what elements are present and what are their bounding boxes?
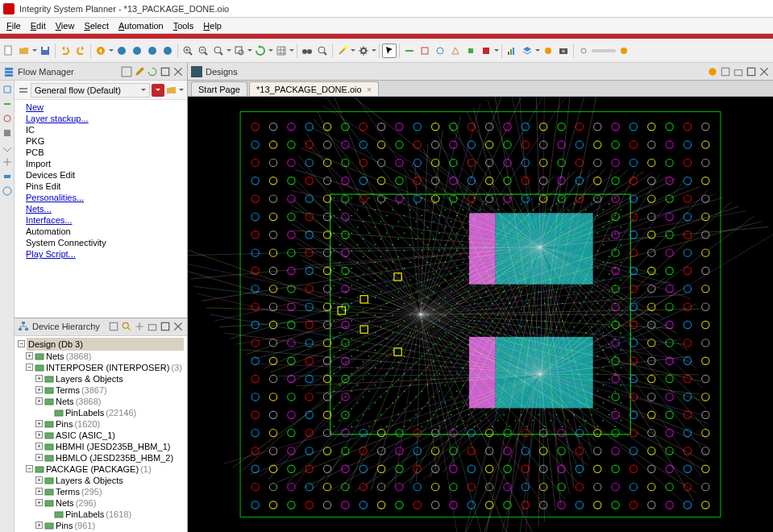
close-tab-icon[interactable]: × [367,85,372,94]
tree-node[interactable]: −PACKAGE (PACKAGE) (1) [16,463,185,475]
flow-step[interactable]: Nets... [16,203,185,214]
tree-node[interactable]: −INTERPOSER (INTERPOSER) (3) [16,362,185,373]
tree-node[interactable]: PinLabels (22146) [16,407,185,418]
grid-icon[interactable] [274,44,289,58]
expand-icon[interactable]: + [35,488,43,495]
binoculars-icon[interactable] [300,44,314,58]
flow-btn-refresh-icon[interactable] [147,66,158,77]
flow-run-button[interactable] [152,84,164,97]
gutter-icon-1[interactable] [2,84,13,95]
layers-icon[interactable] [520,44,534,58]
flow-step[interactable]: Import [16,158,185,169]
tool-a-icon[interactable] [402,44,417,58]
undo-icon[interactable] [58,44,73,58]
expand-icon[interactable]: − [26,364,33,371]
tab-package-done[interactable]: *13_PACKAGE_DONE.oio × [249,81,379,96]
flow-step[interactable]: Pins Edit [16,181,185,192]
flow-btn-maximize-icon[interactable] [160,66,171,77]
designs-btn-close-icon[interactable] [758,66,770,77]
tree-node[interactable]: PinLabels (1618) [16,509,185,520]
wand-dropdown-icon[interactable] [351,47,355,54]
hier-btn-close-icon[interactable] [172,321,184,332]
tool-f-dropdown-icon[interactable] [494,47,499,54]
cursor-icon[interactable] [382,44,397,58]
zoom-fit-icon[interactable] [211,44,226,58]
globe-icon[interactable] [114,44,129,58]
flow-step[interactable]: PCB [16,147,185,158]
gutter-icon-4[interactable] [2,127,13,139]
globe3-icon[interactable] [145,44,160,58]
tree-node[interactable]: +HBMHI (JESD235B_HBM_1) [16,441,185,452]
flow-tb-icon[interactable] [18,85,29,96]
redo-icon[interactable] [73,44,88,58]
tree-node[interactable]: +ASIC (ASIC_1) [16,430,185,441]
save-icon[interactable] [38,44,52,58]
open-dropdown-icon[interactable] [32,47,37,54]
expand-icon[interactable]: + [35,375,43,382]
menu-tools[interactable]: Tools [168,19,199,32]
tool-d-icon[interactable] [448,44,463,58]
flow-folder-icon[interactable] [166,85,177,96]
menu-edit[interactable]: Edit [26,19,51,32]
expand-icon[interactable]: + [26,352,33,360]
gutter-icon-6[interactable] [2,156,13,168]
hier-btn-4-icon[interactable] [147,321,158,332]
refresh-icon[interactable] [253,44,268,58]
flow-step[interactable]: Interfaces... [16,214,185,226]
flow-step[interactable]: Automation [16,226,185,237]
designs-btn-1-icon[interactable] [707,66,718,77]
hier-btn-3-icon[interactable] [134,321,145,332]
tree-root[interactable]: − Design (Db 3) [16,338,185,351]
snap-icon[interactable] [541,44,555,58]
zoom-out-icon[interactable] [196,44,210,58]
layers-dropdown-icon[interactable] [535,47,540,54]
new-icon[interactable] [2,44,16,58]
zoom-dropdown-icon[interactable] [226,47,231,54]
flow-step[interactable]: Devices Edit [16,169,185,181]
flow-folder-dropdown-icon[interactable] [179,86,184,94]
tree-node[interactable]: +Nets (3868) [16,351,185,362]
zoom-region-dropdown-icon[interactable] [247,47,252,54]
tool-e-icon[interactable] [463,44,478,58]
camera-icon[interactable] [556,44,571,58]
zoom-region-icon[interactable] [232,44,247,58]
flow-step[interactable]: Layer stackup... [16,113,185,124]
gutter-icon-8[interactable] [2,185,13,197]
expand-icon[interactable]: + [35,443,43,450]
flow-btn-edit-icon[interactable] [134,66,145,77]
tree-node[interactable]: +Layers & Objects [16,475,185,486]
hier-btn-search-icon[interactable] [121,321,132,332]
tree-node[interactable]: +Terms (295) [16,486,185,497]
back-icon[interactable] [94,44,108,58]
slider-min-icon[interactable] [576,44,591,58]
search-icon[interactable] [315,44,330,58]
tree-node[interactable]: +Nets (296) [16,497,185,509]
flow-step[interactable]: Personalities... [16,192,185,203]
menu-automation[interactable]: Automation [114,19,168,32]
menu-view[interactable]: View [51,19,80,32]
globe4-icon[interactable] [160,44,175,58]
menu-select[interactable]: Select [79,19,114,32]
gutter-icon-5[interactable] [2,142,13,153]
back-dropdown-icon[interactable] [109,47,114,54]
flow-step[interactable]: System Connectivity [16,237,185,248]
flow-step[interactable]: New [16,102,185,113]
tree-node[interactable]: +Nets (3868) [16,396,185,407]
flow-step[interactable]: IC [16,124,185,135]
opacity-slider[interactable] [592,49,616,52]
tree-node[interactable]: +Terms (3867) [16,384,185,396]
hier-btn-1-icon[interactable] [108,321,119,332]
expand-icon[interactable]: + [35,397,43,405]
designs-btn-max-icon[interactable] [746,66,757,77]
globe2-icon[interactable] [130,44,144,58]
tree-node[interactable]: +Layers & Objects [16,373,185,384]
tab-start-page[interactable]: Start Page [191,81,247,96]
designs-btn-3-icon[interactable] [733,66,744,77]
tree-node[interactable]: +Pins (1620) [16,418,185,430]
tool-b-icon[interactable] [418,44,432,58]
tree-node[interactable]: +HBMLO (JESD235B_HBM_2) [16,452,185,463]
expand-icon[interactable]: + [35,476,43,484]
menu-help[interactable]: Help [198,19,226,32]
gutter-icon-2[interactable] [2,98,13,110]
design-canvas[interactable] [188,97,773,532]
